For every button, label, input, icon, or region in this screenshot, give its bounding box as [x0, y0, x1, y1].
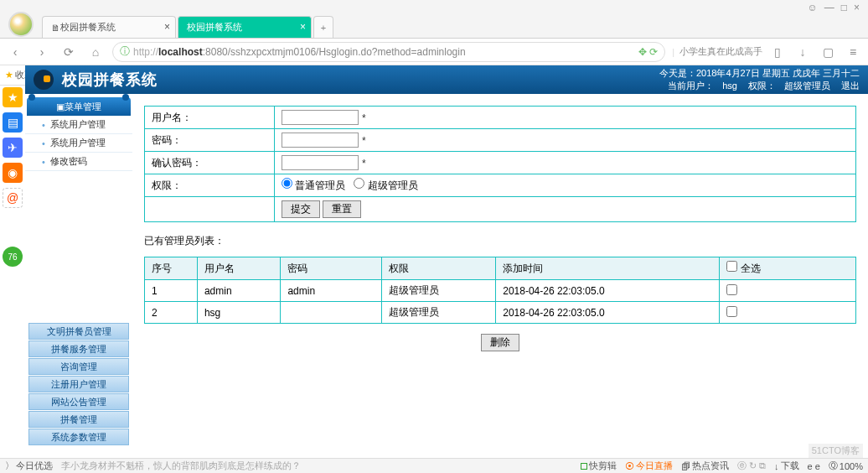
sidebar-group2: 文明拼餐员管理 拼餐服务管理 咨询管理 注册用户管理 网站公告管理 拼餐管理 系…: [25, 322, 132, 446]
url-text: http://localhost:8080/sshzxpcxtmjm0106/H…: [133, 46, 638, 58]
confirm-label: 确认密码：: [145, 152, 275, 174]
download-icon[interactable]: ↓: [793, 42, 813, 62]
required-star: *: [362, 112, 366, 124]
table-row: 2 hsg 超级管理员 2018-04-26 22:03:05.0: [145, 302, 856, 324]
select-all-checkbox[interactable]: [726, 261, 737, 272]
ribbon-weibo-icon[interactable]: ◉: [3, 163, 23, 183]
ribbon-star-icon[interactable]: ★: [3, 87, 23, 107]
sidebar-item[interactable]: 系统参数管理: [28, 429, 129, 445]
url-bar[interactable]: ⓘ http://localhost:8080/sshzxpcxtmjm0106…: [112, 42, 665, 62]
tab-title: 校园拼餐系统: [60, 21, 116, 34]
app-meta: 今天是：2018年4月27日 星期五 戊戌年 三月十二 当前用户：hsg 权限：…: [659, 67, 860, 93]
table-row: 1 admin admin 超级管理员 2018-04-26 22:03:05.…: [145, 280, 856, 302]
new-tab-button[interactable]: +: [313, 16, 333, 38]
phone-icon[interactable]: ▯: [767, 42, 788, 62]
status-item[interactable]: ↓ 下载: [774, 460, 799, 472]
minimize-icon[interactable]: —: [824, 2, 834, 13]
ribbon-at-icon[interactable]: @: [3, 188, 23, 208]
menu-icon: ▣: [56, 101, 65, 112]
username-label: 用户名：: [145, 107, 275, 129]
submit-button[interactable]: 提交: [282, 200, 320, 218]
username-input[interactable]: [282, 110, 359, 125]
status-left[interactable]: 〉今日优选: [5, 460, 53, 472]
password-label: 密码：: [145, 129, 275, 152]
status-mute[interactable]: ⓔ ↻ ⧉: [737, 460, 766, 472]
delete-button[interactable]: 删除: [481, 334, 519, 351]
ribbon-share-icon[interactable]: ✈: [3, 138, 23, 158]
sidebar-item-password[interactable]: 修改密码: [25, 153, 132, 171]
search-hint[interactable]: 小学生真在此成高手: [679, 45, 762, 58]
required-star: *: [362, 158, 366, 169]
status-bar: 〉今日优选 李小龙身材并不魁梧，惊人的背部肌肉到底是怎样练成的？ 快剪辑 ⦿ 今…: [0, 458, 868, 473]
logout-link[interactable]: 退出: [841, 81, 860, 91]
app: 校园拼餐系统 今天是：2018年4月27日 星期五 戊戌年 三月十二 当前用户：…: [25, 65, 868, 458]
sidebar-item[interactable]: 拼餐管理: [28, 411, 129, 428]
th-all: 全选: [720, 257, 856, 280]
th-time: 添加时间: [496, 257, 720, 280]
tab-bar: 🗎 校园拼餐系统 × 校园拼餐系统 × +: [0, 15, 868, 39]
th-perm: 权限: [381, 257, 495, 280]
sidebar: ▣ 菜单管理 系统用户管理 系统用户管理 修改密码 文明拼餐员管理 拼餐服务管理…: [25, 94, 132, 458]
sidebar-item[interactable]: 文明拼餐员管理: [28, 323, 129, 340]
ribbon-doc-icon[interactable]: ▤: [3, 112, 23, 133]
tab-inactive[interactable]: 🗎 校园拼餐系统 ×: [42, 16, 176, 38]
sidebar-item-users-2[interactable]: 系统用户管理: [25, 134, 132, 153]
admin-table: 序号 用户名 密码 权限 添加时间 全选 1 admin admin 超级管理员…: [144, 257, 856, 324]
app-header: 校园拼餐系统 今天是：2018年4月27日 星期五 戊戌年 三月十二 当前用户：…: [25, 65, 868, 94]
home-button[interactable]: ⌂: [85, 42, 106, 62]
perm-label: 权限：: [145, 174, 275, 197]
password-input[interactable]: [282, 133, 359, 148]
status-item[interactable]: 快剪辑: [581, 460, 617, 472]
window-controls: ☺ — □ ×: [0, 0, 868, 15]
list-title: 已有管理员列表：: [144, 234, 856, 248]
row-checkbox[interactable]: [726, 284, 737, 295]
sidebar-item[interactable]: 注册用户管理: [28, 376, 129, 392]
th-pass: 密码: [281, 257, 382, 280]
menu-icon[interactable]: ≡: [843, 42, 863, 62]
required-star: *: [362, 135, 366, 147]
content: 用户名： * 密码： * 确认密码： * 权限： 普通管理员 超级管理员 提交: [132, 94, 868, 458]
sidebar-header: ▣ 菜单管理: [27, 97, 131, 116]
sidebar-item[interactable]: 网站公告管理: [28, 393, 129, 410]
status-zoom[interactable]: Ⓠ 100%: [829, 460, 863, 472]
page-icon: 🗎: [51, 23, 60, 33]
ribbon-badge-icon[interactable]: 76: [3, 247, 23, 267]
avatar[interactable]: [8, 12, 34, 37]
close-icon[interactable]: ×: [854, 2, 860, 13]
app-title: 校园拼餐系统: [62, 70, 158, 90]
shield-icon[interactable]: ✥ ⟳: [638, 46, 658, 58]
confirm-input[interactable]: [282, 155, 359, 170]
status-item[interactable]: e e: [808, 461, 820, 471]
reload-button[interactable]: ⟳: [59, 42, 79, 62]
status-item[interactable]: 🗐 热点资讯: [681, 460, 729, 472]
status-hot[interactable]: 李小龙身材并不魁梧，惊人的背部肌肉到底是怎样练成的？: [61, 460, 301, 472]
tab-active[interactable]: 校园拼餐系统 ×: [178, 16, 312, 38]
nav-bar: ‹ › ⟳ ⌂ ⓘ http://localhost:8080/sshzxpcx…: [0, 39, 868, 65]
perm-super-radio[interactable]: 超级管理员: [354, 179, 417, 191]
side-ribbon: ★ ▤ ✈ ◉ @ 76 +: [0, 86, 25, 473]
forward-button[interactable]: ›: [32, 42, 52, 62]
maximize-icon[interactable]: □: [841, 2, 847, 13]
reset-button[interactable]: 重置: [323, 200, 361, 218]
tab-title: 校园拼餐系统: [187, 21, 242, 34]
th-user: 用户名: [197, 257, 281, 280]
back-button[interactable]: ‹: [5, 42, 25, 62]
sidebar-item-users[interactable]: 系统用户管理: [25, 116, 132, 134]
app-logo-icon: [34, 70, 54, 90]
sidebar-item[interactable]: 咨询管理: [28, 358, 129, 375]
close-tab-icon[interactable]: ×: [300, 21, 306, 33]
perm-normal-radio[interactable]: 普通管理员: [282, 179, 345, 191]
feedback-icon[interactable]: ☺: [807, 2, 817, 13]
date-line: 今天是：2018年4月27日 星期五 戊戌年 三月十二: [659, 67, 860, 80]
sidebar-item[interactable]: 拼餐服务管理: [28, 340, 129, 357]
lock-icon: ⓘ: [120, 44, 130, 59]
th-no: 序号: [145, 257, 198, 280]
form-table: 用户名： * 密码： * 确认密码： * 权限： 普通管理员 超级管理员 提交: [144, 106, 856, 222]
watermark: 51CTO博客: [809, 444, 863, 458]
pip-icon[interactable]: ▢: [818, 42, 838, 62]
status-item[interactable]: ⦿ 今日直播: [625, 460, 673, 472]
close-tab-icon[interactable]: ×: [164, 21, 170, 33]
row-checkbox[interactable]: [726, 306, 737, 317]
